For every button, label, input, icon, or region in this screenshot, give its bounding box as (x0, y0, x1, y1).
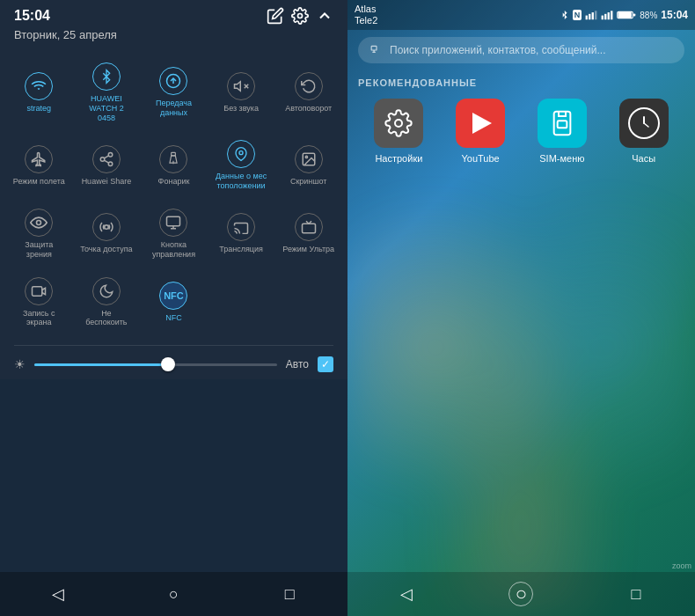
tile-record-label: Запись с экрана (12, 309, 65, 328)
svg-rect-26 (586, 16, 588, 20)
tile-dnd-label: Не беспокоить (80, 309, 133, 328)
settings-icon[interactable] (291, 7, 309, 25)
svg-point-14 (239, 151, 243, 155)
recent-button-right[interactable]: □ (620, 578, 652, 610)
app-sim[interactable]: SIM-меню (529, 99, 596, 164)
brightness-low-icon: ☀ (14, 357, 26, 371)
app-clock[interactable]: Часы (610, 99, 677, 164)
time-right: 15:04 (661, 9, 688, 21)
quick-tiles-grid: strateg HUAWEI WATCH 2 0458 Передача дан… (0, 48, 348, 341)
tile-mute[interactable]: Без звука (209, 55, 274, 129)
tile-location[interactable]: Данные о мес тоположении (209, 133, 274, 198)
svg-line-11 (104, 156, 108, 158)
tile-screenshot[interactable]: Скриншот (276, 133, 340, 198)
svg-rect-33 (611, 11, 612, 20)
tile-rotate[interactable]: Автоповорот (276, 55, 340, 129)
app-grid: Настройки YouTube SIM-меню (358, 99, 684, 164)
svg-rect-19 (167, 216, 180, 226)
svg-rect-28 (592, 12, 594, 19)
svg-rect-29 (595, 11, 596, 20)
battery-icon (617, 10, 636, 20)
svg-rect-42 (558, 121, 567, 128)
tile-rotate-label: Автоповорот (285, 104, 332, 114)
edit-icon[interactable] (267, 7, 284, 25)
tile-bluetooth-label: HUAWEI WATCH 2 0458 (80, 94, 133, 122)
auto-label: Авто (286, 358, 309, 370)
recommended-title: РЕКОМЕНДОВАННЫЕ (358, 77, 684, 88)
tile-cast[interactable]: Трансляция (209, 202, 274, 267)
brightness-row: ☀ Авто ✓ (0, 349, 348, 379)
tile-eyecare-label: Защита зрения (12, 240, 65, 260)
brightness-slider[interactable] (34, 363, 277, 366)
svg-rect-41 (554, 112, 571, 136)
tile-screenrecord[interactable]: Запись с экрана (7, 270, 71, 335)
app-settings[interactable]: Настройки (365, 99, 433, 164)
brightness-fill (34, 363, 168, 366)
svg-point-18 (105, 225, 109, 230)
tile-ultra[interactable]: Режим Ультра (276, 202, 340, 267)
collapse-icon[interactable] (316, 7, 333, 25)
search-bar[interactable]: Поиск приложений, контактов, сообщений..… (358, 37, 684, 63)
settings-app-icon (374, 99, 423, 148)
svg-rect-35 (618, 12, 632, 18)
tile-wifi-label: strateg (27, 104, 52, 114)
search-icon (370, 44, 383, 56)
home-button-right[interactable]: ○ (508, 582, 533, 606)
clock-face (628, 107, 660, 139)
app-youtube[interactable]: YouTube (447, 99, 515, 164)
time-left: 15:04 (14, 8, 50, 24)
wallpaper-blur (348, 167, 695, 616)
tile-nfc-label: NFC (165, 313, 182, 323)
recent-button-left[interactable]: □ (274, 578, 305, 610)
tile-ultra-label: Режим Ультра (282, 245, 334, 254)
tile-data[interactable]: Передача данных (142, 55, 206, 129)
status-bar-left: 15:04 (0, 0, 348, 28)
carrier2: Tele2 (355, 15, 377, 26)
youtube-play-icon (472, 113, 492, 134)
nfc-status-icon: N (573, 10, 582, 20)
back-button-left[interactable]: ◁ (42, 578, 74, 610)
sim-app-icon (538, 99, 587, 148)
tile-dnd[interactable]: Не беспокоить (75, 270, 139, 335)
carrier1: Atlas (355, 4, 377, 15)
home-screen: Atlas Tele2 N (348, 0, 695, 616)
tile-wifi[interactable]: strateg (7, 55, 71, 129)
tile-huawei-share[interactable]: Huawei Share (75, 133, 139, 198)
tile-airplane[interactable]: Режим полета (7, 133, 71, 198)
tile-screenshot-label: Скриншот (290, 177, 327, 187)
home-blur (348, 167, 695, 616)
tile-mute-label: Без звука (223, 104, 259, 114)
brightness-thumb[interactable] (161, 357, 175, 371)
svg-rect-23 (302, 224, 315, 234)
svg-rect-27 (589, 14, 590, 19)
svg-rect-30 (602, 16, 604, 20)
tile-flashlight[interactable]: Фонарик (142, 133, 206, 198)
tile-airplane-label: Режим полета (13, 177, 65, 187)
auto-checkbox[interactable]: ✓ (318, 356, 333, 372)
home-button-left[interactable]: ○ (157, 578, 189, 610)
svg-point-9 (108, 162, 113, 166)
recommended-section: РЕКОМЕНДОВАННЫЕ Настройки YouTube (348, 70, 695, 167)
tile-hotspot-label: Точка доступа (80, 245, 132, 254)
svg-marker-25 (42, 288, 46, 295)
svg-point-0 (298, 14, 303, 18)
tile-nfc[interactable]: NFC NFC (142, 270, 206, 335)
divider (14, 345, 333, 346)
svg-line-44 (644, 123, 648, 127)
back-button-right[interactable]: ◁ (391, 578, 422, 610)
signal-icon (585, 10, 597, 20)
svg-point-40 (395, 120, 402, 127)
tile-location-label: Данные о мес тоположении (215, 172, 267, 191)
svg-rect-37 (371, 47, 377, 51)
svg-line-10 (104, 160, 108, 163)
svg-marker-4 (235, 82, 241, 92)
tile-hotspot[interactable]: Точка доступа (75, 202, 139, 267)
status-bar-right: Atlas Tele2 N (348, 0, 695, 30)
tile-eyecare[interactable]: Защита зрения (7, 202, 71, 267)
tile-button-mgmt[interactable]: Кнопка управления (142, 202, 206, 267)
clock-app-icon (619, 99, 669, 148)
svg-point-7 (108, 152, 113, 157)
clock-app-label: Часы (632, 153, 655, 164)
tile-bluetooth[interactable]: HUAWEI WATCH 2 0458 (75, 55, 139, 129)
bt-icon (560, 10, 569, 20)
